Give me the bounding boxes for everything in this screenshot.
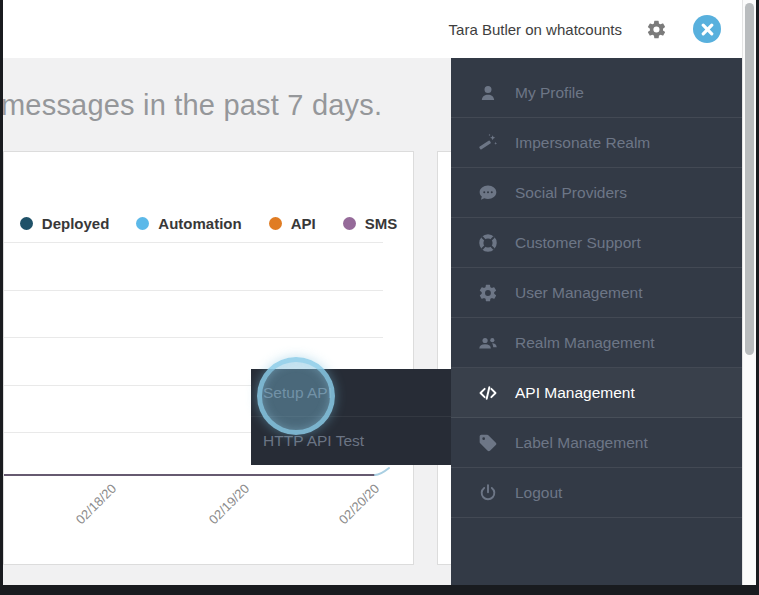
chart-baseline-series [4,464,396,484]
menu-item-label: Logout [515,484,562,502]
account-menu: My ProfileImpersonate RealmSocial Provid… [451,58,742,585]
legend-label: Deployed [42,215,110,232]
legend-dot [20,217,33,230]
legend-dot [269,217,282,230]
legend-item-api: API [269,215,316,232]
menu-item-label: My Profile [515,84,584,102]
scrollbar-track[interactable] [742,0,756,585]
legend-dot [136,217,149,230]
code-icon [478,383,498,403]
chart-gridline [4,337,383,338]
comments-icon [478,183,498,203]
chart-legend: DeployedAutomationAPISMS [4,215,413,232]
menu-item-api-management[interactable]: API Management [451,368,742,418]
legend-dot [343,217,356,230]
menu-item-label: Customer Support [515,234,641,252]
tag-icon [478,433,498,453]
menu-item-customer-support[interactable]: Customer Support [451,218,742,268]
frame-edge-bottom [0,585,759,595]
menu-item-logout[interactable]: Logout [451,468,742,518]
user-icon [478,83,498,103]
menu-item-label-management[interactable]: Label Management [451,418,742,468]
menu-item-social-providers[interactable]: Social Providers [451,168,742,218]
page-title: messages in the past 7 days. [1,89,382,122]
menu-item-label: Realm Management [515,334,655,352]
wand-icon [478,133,498,153]
submenu-item-setup-api[interactable]: Setup API [251,369,451,417]
power-icon [478,483,498,503]
legend-item-deployed: Deployed [20,215,110,232]
x-tick-label: 02/18/20 [73,481,119,527]
app-window: Tara Butler on whatcounts messages in th… [0,0,759,595]
account-label: Tara Butler on whatcounts [449,21,622,38]
topbar: Tara Butler on whatcounts [0,0,742,58]
life-ring-icon [478,233,498,253]
legend-label: Automation [158,215,241,232]
legend-label: SMS [365,215,398,232]
api-management-submenu: Setup APIHTTP API Test [251,369,451,465]
legend-label: API [291,215,316,232]
menu-item-label: Label Management [515,434,648,452]
close-icon [701,23,714,36]
gear-icon[interactable] [646,19,667,40]
chart-gridline [4,290,383,291]
chart-card: DeployedAutomationAPISMS 02/18/2002/19/2… [3,151,414,565]
menu-item-label: API Management [515,384,635,402]
submenu-item-http-api-test[interactable]: HTTP API Test [251,417,451,465]
scrollbar-thumb[interactable] [745,3,754,355]
users-icon [478,333,498,353]
gear-icon [478,283,498,303]
legend-item-automation: Automation [136,215,241,232]
close-button[interactable] [693,15,721,43]
frame-edge-left [0,0,3,595]
menu-item-label: Impersonate Realm [515,134,650,152]
legend-item-sms: SMS [343,215,398,232]
menu-item-my-profile[interactable]: My Profile [451,68,742,118]
x-tick-label: 02/20/20 [336,481,382,527]
chart-gridline [4,242,383,243]
x-tick-label: 02/19/20 [206,481,252,527]
menu-item-label: User Management [515,284,643,302]
menu-item-realm-management[interactable]: Realm Management [451,318,742,368]
menu-item-label: Social Providers [515,184,627,202]
menu-item-user-management[interactable]: User Management [451,268,742,318]
menu-item-impersonate-realm[interactable]: Impersonate Realm [451,118,742,168]
